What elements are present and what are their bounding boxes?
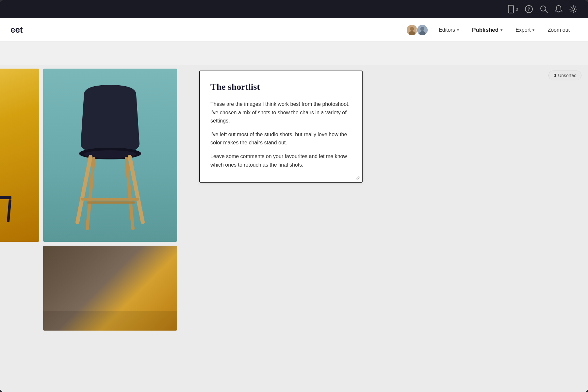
image-grid bbox=[0, 69, 177, 331]
export-button[interactable]: Export ▾ bbox=[510, 24, 540, 36]
avatar-2 bbox=[416, 24, 428, 36]
mobile-badge: 0 bbox=[516, 7, 518, 12]
text-card-body: These are the images I think work best f… bbox=[210, 100, 351, 169]
help-icon[interactable]: ? bbox=[525, 5, 533, 13]
text-card: The shortlist These are the images I thi… bbox=[199, 71, 363, 183]
zoomout-button[interactable]: Zoom out bbox=[542, 24, 575, 36]
svg-point-11 bbox=[420, 27, 424, 31]
search-icon[interactable] bbox=[540, 5, 548, 13]
image-col-2 bbox=[43, 69, 177, 331]
image-col-1 bbox=[0, 69, 39, 331]
export-label: Export bbox=[515, 27, 531, 33]
toolbar: eet Editors ▾ bbox=[0, 18, 588, 42]
zoomout-label: Zoom out bbox=[547, 27, 570, 33]
notification-icon[interactable] bbox=[555, 5, 563, 13]
text-paragraph-2: I've left out most of the studio shots, … bbox=[210, 130, 351, 147]
mobile-icon-group[interactable]: 0 bbox=[507, 5, 518, 13]
published-label: Published bbox=[472, 27, 498, 33]
page-title: eet bbox=[10, 25, 23, 35]
svg-point-6 bbox=[572, 8, 575, 10]
published-button[interactable]: Published ▾ bbox=[467, 24, 508, 36]
published-chevron: ▾ bbox=[500, 28, 502, 32]
image-teal-chair bbox=[43, 69, 177, 242]
svg-rect-14 bbox=[0, 196, 11, 199]
unsorted-badge[interactable]: 0 Unsorted bbox=[548, 71, 581, 80]
image-yellow-chair bbox=[0, 69, 39, 242]
topbar: 0 ? bbox=[0, 0, 588, 18]
text-card-title: The shortlist bbox=[210, 82, 351, 92]
svg-point-12 bbox=[419, 31, 426, 36]
resize-handle[interactable] bbox=[355, 175, 360, 180]
main-canvas: 0 Unsorted bbox=[0, 65, 588, 392]
text-paragraph-3: Leave some comments on your favourites a… bbox=[210, 152, 351, 169]
avatar-1 bbox=[406, 24, 418, 36]
editors-chevron: ▾ bbox=[457, 28, 459, 32]
editors-label: Editors bbox=[439, 27, 455, 33]
export-chevron: ▾ bbox=[532, 28, 534, 32]
app-window: 0 ? bbox=[0, 0, 588, 392]
svg-text:?: ? bbox=[528, 7, 531, 12]
editors-button[interactable]: Editors ▾ bbox=[433, 24, 464, 36]
unsorted-label: Unsorted bbox=[558, 73, 577, 78]
editors-avatar-group bbox=[406, 24, 428, 36]
settings-icon[interactable] bbox=[569, 5, 578, 13]
svg-line-5 bbox=[545, 10, 547, 13]
svg-point-9 bbox=[409, 31, 415, 36]
topbar-icons: 0 ? bbox=[507, 5, 578, 13]
text-paragraph-1: These are the images I think work best f… bbox=[210, 100, 351, 125]
svg-rect-16 bbox=[7, 199, 11, 222]
svg-point-8 bbox=[410, 27, 414, 31]
unsorted-count: 0 bbox=[553, 73, 556, 78]
image-brown-yellow bbox=[43, 246, 177, 331]
